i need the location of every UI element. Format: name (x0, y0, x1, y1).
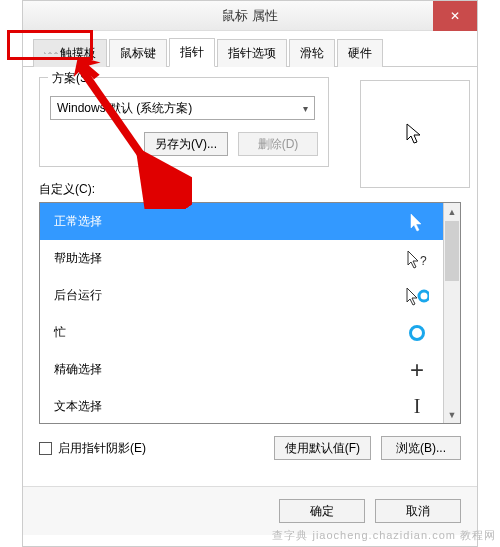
annotation-arrow-icon (72, 59, 192, 209)
window-title: 鼠标 属性 (222, 7, 278, 25)
watermark: 查字典 jiaocheng.chazidian.com 教程网 (272, 528, 496, 543)
close-icon: ✕ (450, 9, 460, 23)
arrow-cursor-icon (405, 122, 425, 146)
tab-pointer-options[interactable]: 指针选项 (217, 39, 287, 67)
list-item[interactable]: 忙 (40, 314, 443, 351)
busy-cursor-icon (405, 325, 429, 341)
cancel-button[interactable]: 取消 (375, 499, 461, 523)
tab-wheel[interactable]: 滑轮 (289, 39, 335, 67)
scroll-up-icon[interactable]: ▲ (444, 203, 460, 220)
chevron-down-icon: ▾ (303, 103, 308, 114)
titlebar: 鼠标 属性 ✕ (23, 1, 477, 31)
list-item[interactable]: 帮助选择 ? (40, 240, 443, 277)
list-item[interactable]: 后台运行 (40, 277, 443, 314)
annotation-highlight (7, 30, 93, 60)
list-item[interactable]: 文本选择 I (40, 388, 443, 423)
svg-point-1 (419, 291, 429, 301)
delete-button: 删除(D) (238, 132, 318, 156)
help-cursor-icon: ? (405, 249, 429, 269)
scrollbar[interactable]: ▲ ▼ (443, 203, 460, 423)
scroll-down-icon[interactable]: ▼ (444, 406, 460, 423)
cursor-listbox: 正常选择 帮助选择 ? 后台运行 忙 精确选择 + (39, 202, 461, 424)
arrow-cursor-icon (405, 212, 429, 232)
working-cursor-icon (405, 286, 429, 306)
ok-button[interactable]: 确定 (279, 499, 365, 523)
shadow-checkbox[interactable]: 启用指针阴影(E) (39, 440, 146, 457)
list-item[interactable]: 精确选择 + (40, 351, 443, 388)
svg-text:?: ? (420, 254, 427, 268)
checkbox-icon (39, 442, 52, 455)
scroll-thumb[interactable] (445, 221, 459, 281)
cursor-preview (360, 80, 470, 188)
text-cursor-icon: I (405, 395, 429, 418)
svg-line-2 (80, 67, 172, 199)
use-default-button[interactable]: 使用默认值(F) (274, 436, 371, 460)
scroll-track[interactable] (444, 282, 460, 406)
close-button[interactable]: ✕ (433, 1, 477, 31)
browse-button[interactable]: 浏览(B)... (381, 436, 461, 460)
precision-cursor-icon: + (405, 356, 429, 384)
tab-hardware[interactable]: 硬件 (337, 39, 383, 67)
